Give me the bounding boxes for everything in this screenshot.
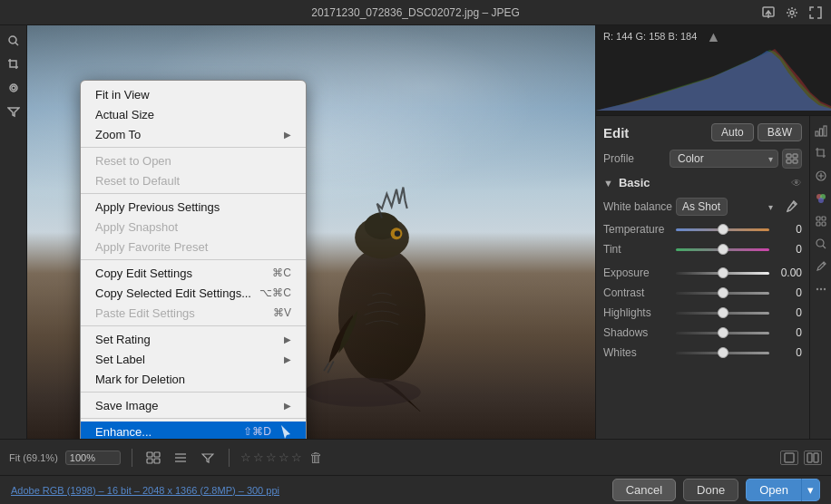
edit-buttons: Auto B&W [711,123,802,141]
separator-3 [81,259,306,260]
menu-item-enhance[interactable]: Enhance... ⇧⌘D [81,422,306,439]
titlebar: 20171230_072836_DSC02072.jpg – JPEG [0,0,831,25]
svg-point-9 [395,231,400,237]
menu-item-save-image[interactable]: Save Image ▶ [81,395,306,415]
temperature-slider-thumb[interactable] [718,224,728,235]
grid-view-btn[interactable] [143,448,163,468]
tint-value: 0 [769,243,802,256]
shadows-label: Shadows [603,326,676,339]
whites-slider-thumb[interactable] [718,347,728,358]
zoom-tool[interactable] [4,31,24,51]
separator-6 [81,418,306,419]
share-icon[interactable] [762,6,775,19]
filter-tool[interactable] [4,102,24,121]
cancel-button[interactable]: Cancel [612,479,676,501]
star-2[interactable]: ☆ [253,451,264,464]
exposure-label: Exposure [603,267,676,279]
star-4[interactable]: ☆ [279,451,289,464]
menu-item-fit-in-view[interactable]: Fit in View [81,84,306,104]
crop-buttons [780,451,822,465]
settings-icon[interactable] [786,6,798,19]
svg-point-28 [816,239,824,247]
menu-item-set-label[interactable]: Set Label ▶ [81,349,306,369]
menu-item-set-rating[interactable]: Set Rating ▶ [81,329,306,349]
separator-1 [81,147,306,148]
menu-item-actual-size[interactable]: Actual Size [81,104,306,124]
shadows-slider-thumb[interactable] [718,327,728,338]
highlights-slider-thumb[interactable] [718,307,728,318]
color-icon[interactable] [812,189,830,208]
section-header-basic: ▼ Basic 👁 [603,176,802,189]
more-icon[interactable] [812,280,830,298]
svg-rect-40 [785,453,794,462]
menu-item-reset-default[interactable]: Reset to Default [81,170,306,190]
open-arrow-button[interactable]: ▾ [801,479,820,501]
exposure-slider-thumb[interactable] [718,267,728,278]
whites-row: Whites 0 [603,345,802,360]
whites-label: Whites [603,346,676,359]
titlebar-title: 20171230_072836_DSC02072.jpg – JPEG [311,6,520,19]
detail-icon[interactable] [812,167,830,185]
edit-panel: Edit Auto B&W Profile Color [596,116,809,439]
delete-button[interactable]: 🗑 [309,450,323,465]
svg-rect-26 [816,222,820,226]
menu-item-apply-prev[interactable]: Apply Previous Settings [81,197,306,217]
brush-icon[interactable] [812,257,830,276]
crop-right-icon[interactable] [812,144,830,162]
retouch-tool[interactable] [4,78,24,98]
star-1[interactable]: ☆ [240,451,251,464]
auto-button[interactable]: Auto [711,123,754,141]
filter-btn[interactable] [198,448,218,468]
file-info-link[interactable]: Adobe RGB (1998) – 16 bit – 2048 x 1366 … [11,485,279,496]
menu-item-copy-selected[interactable]: Copy Selected Edit Settings... ⌥⌘C [81,283,306,303]
wb-select[interactable]: As Shot [676,198,728,216]
list-view-btn[interactable] [171,448,191,468]
menu-item-apply-snapshot[interactable]: Apply Snapshot [81,217,306,237]
histogram-info: R: 144 G: 158 B: 184 [603,31,697,42]
menu-item-mark-deletion[interactable]: Mark for Deletion [81,369,306,389]
profile-row: Profile Color [603,149,802,169]
temperature-row: Temperature 0 [603,222,802,237]
star-3[interactable]: ☆ [266,451,277,464]
profile-select[interactable]: Color [670,150,778,168]
effects-icon[interactable] [812,212,830,230]
menu-item-paste-edit[interactable]: Paste Edit Settings ⌘V [81,303,306,323]
main-layout: Fit in View Actual Size Zoom To ▶ Reset … [0,25,831,439]
done-button[interactable]: Done [683,479,738,501]
svg-rect-42 [814,453,818,462]
contrast-slider-thumb[interactable] [718,287,728,298]
menu-item-apply-favorite[interactable]: Apply Favorite Preset [81,237,306,257]
crop-square-btn[interactable] [780,451,798,465]
eyedropper-button[interactable] [782,197,802,217]
temperature-label: Temperature [603,223,676,236]
profile-icon-btn[interactable] [782,149,802,169]
contrast-row: Contrast 0 [603,286,802,300]
open-button[interactable]: Open [746,479,801,501]
edit-title: Edit [603,125,629,141]
star-5[interactable]: ☆ [291,451,302,464]
exposure-value: 0.00 [769,267,802,279]
zoom-right-icon[interactable] [812,235,830,253]
svg-point-16 [787,210,789,212]
histogram-tool-icon[interactable] [812,121,830,140]
crop-split-btn[interactable] [804,451,822,465]
svg-point-32 [823,288,825,290]
menu-item-zoom-to[interactable]: Zoom To ▶ [81,124,306,144]
svg-rect-27 [822,222,826,226]
profile-label: Profile [603,152,634,165]
tint-slider-thumb[interactable] [718,244,728,255]
context-menu: Fit in View Actual Size Zoom To ▶ Reset … [80,80,307,439]
status-buttons: Cancel Done Open ▾ [612,479,820,501]
crop-tool[interactable] [4,54,24,74]
fullscreen-icon[interactable] [809,6,822,19]
bw-button[interactable]: B&W [758,123,802,141]
star-rating: ☆ ☆ ☆ ☆ ☆ [240,451,302,464]
zoom-dropdown[interactable]: 100% 50% 200% Fit in View [65,451,121,465]
image-area: Fit in View Actual Size Zoom To ▶ Reset … [27,25,595,439]
svg-rect-12 [793,154,797,158]
bottom-toolbar: Fit (69.1%) 100% 50% 200% Fit in View ☆ … [0,439,831,475]
menu-item-copy-edit[interactable]: Copy Edit Settings ⌘C [81,263,306,283]
menu-item-reset-open[interactable]: Reset to Open [81,150,306,170]
visibility-icon[interactable]: 👁 [791,177,802,189]
right-panel: R: 144 G: 158 B: 184 ▲ Edit [595,25,831,439]
